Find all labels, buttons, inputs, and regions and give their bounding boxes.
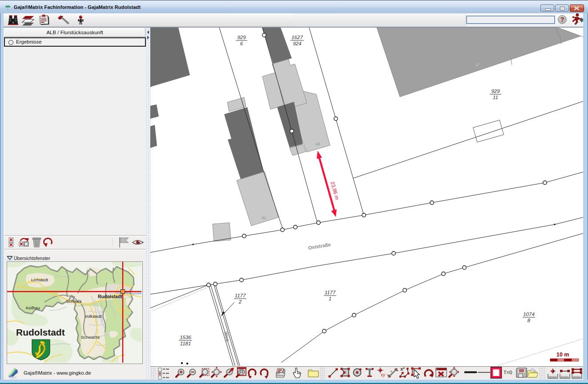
svg-text:x²: x² (400, 367, 405, 372)
svg-text:6: 6 (240, 41, 243, 46)
svg-text:1177: 1177 (235, 293, 246, 298)
svg-text:Schaala: Schaala (66, 299, 82, 304)
svg-text:924: 924 (293, 41, 301, 46)
svg-text:1: 1 (329, 296, 331, 301)
svg-text:1177: 1177 (325, 290, 336, 295)
svg-text:Rudolstadt: Rudolstadt (16, 327, 65, 337)
svg-text:929: 929 (237, 35, 246, 40)
svg-text:Oststraße: Oststraße (308, 242, 331, 251)
svg-text:Volkstedt: Volkstedt (85, 314, 102, 319)
svg-text:xy: xy (380, 372, 386, 377)
svg-text:+: + (390, 369, 392, 374)
svg-text:41: 41 (262, 215, 266, 220)
svg-text:Weg: Weg (223, 331, 230, 342)
svg-text:43: 43 (315, 141, 320, 146)
svg-text:T=0: T=0 (503, 370, 512, 375)
svg-text:8: 8 (528, 318, 531, 323)
svg-text:Rudolstadt: Rudolstadt (98, 294, 122, 299)
svg-text:2: 2 (238, 299, 242, 304)
svg-text:1181: 1181 (180, 341, 191, 346)
svg-text:Keilhau: Keilhau (26, 305, 40, 310)
svg-text:10 m: 10 m (556, 352, 569, 358)
svg-text:Lichstedt: Lichstedt (31, 277, 48, 282)
svg-text:1536: 1536 (180, 335, 191, 340)
svg-text:1074: 1074 (523, 312, 535, 317)
svg-text:1627: 1627 (291, 35, 303, 40)
svg-text:929: 929 (491, 88, 500, 94)
svg-text:Schwarza: Schwarza (81, 335, 100, 340)
svg-text:11: 11 (493, 95, 498, 100)
